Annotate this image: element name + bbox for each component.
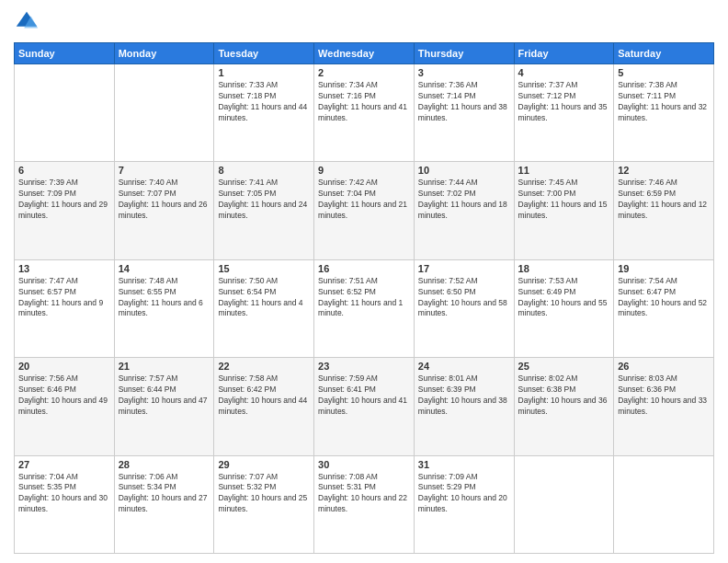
- day-info: Sunrise: 7:38 AMSunset: 7:11 PMDaylight:…: [618, 80, 710, 124]
- calendar-cell: 12Sunrise: 7:46 AMSunset: 6:59 PMDayligh…: [614, 162, 714, 259]
- calendar-cell: 27Sunrise: 7:04 AMSunset: 5:35 PMDayligh…: [15, 455, 115, 553]
- day-number: 18: [518, 263, 610, 274]
- calendar-cell: 14Sunrise: 7:48 AMSunset: 6:55 PMDayligh…: [114, 259, 214, 357]
- calendar-cell: 22Sunrise: 7:58 AMSunset: 6:42 PMDayligh…: [214, 358, 314, 455]
- day-info: Sunrise: 7:09 AMSunset: 5:29 PMDaylight:…: [418, 472, 510, 516]
- day-info: Sunrise: 7:52 AMSunset: 6:50 PMDaylight:…: [418, 276, 510, 320]
- day-info: Sunrise: 7:59 AMSunset: 6:41 PMDaylight:…: [318, 373, 410, 418]
- day-info: Sunrise: 7:40 AMSunset: 7:07 PMDaylight:…: [119, 178, 210, 222]
- weekday-header-wednesday: Wednesday: [314, 43, 415, 64]
- day-info: Sunrise: 7:47 AMSunset: 6:57 PMDaylight:…: [18, 276, 110, 320]
- day-info: Sunrise: 7:50 AMSunset: 6:54 PMDaylight:…: [218, 276, 310, 320]
- day-number: 31: [418, 459, 510, 470]
- day-number: 25: [518, 361, 610, 372]
- day-number: 15: [218, 263, 310, 274]
- day-number: 26: [618, 361, 710, 372]
- day-number: 4: [518, 67, 610, 78]
- day-info: Sunrise: 7:46 AMSunset: 6:59 PMDaylight:…: [618, 178, 710, 222]
- day-number: 2: [318, 67, 410, 78]
- calendar-cell: 18Sunrise: 7:53 AMSunset: 6:49 PMDayligh…: [514, 259, 614, 357]
- weekday-header-monday: Monday: [114, 43, 214, 64]
- day-number: 19: [618, 263, 710, 274]
- calendar-cell: 24Sunrise: 8:01 AMSunset: 6:39 PMDayligh…: [414, 358, 514, 455]
- logo-icon: [14, 9, 40, 35]
- weekday-header-thursday: Thursday: [414, 43, 514, 64]
- calendar-cell: 3Sunrise: 7:36 AMSunset: 7:14 PMDaylight…: [414, 64, 514, 162]
- calendar-cell: 30Sunrise: 7:08 AMSunset: 5:31 PMDayligh…: [314, 455, 415, 553]
- logo: [14, 9, 43, 35]
- calendar-cell: 13Sunrise: 7:47 AMSunset: 6:57 PMDayligh…: [15, 259, 115, 357]
- calendar-week-4: 20Sunrise: 7:56 AMSunset: 6:46 PMDayligh…: [15, 358, 714, 455]
- calendar-table: SundayMondayTuesdayWednesdayThursdayFrid…: [14, 42, 714, 554]
- calendar-cell: [614, 455, 714, 553]
- day-number: 30: [318, 459, 410, 470]
- day-info: Sunrise: 7:37 AMSunset: 7:12 PMDaylight:…: [518, 80, 610, 124]
- calendar-cell: 4Sunrise: 7:37 AMSunset: 7:12 PMDaylight…: [514, 64, 614, 162]
- day-info: Sunrise: 7:58 AMSunset: 6:42 PMDaylight:…: [218, 373, 310, 418]
- day-number: 27: [18, 459, 110, 470]
- weekday-header-sunday: Sunday: [15, 43, 115, 64]
- day-number: 9: [318, 165, 410, 176]
- day-info: Sunrise: 7:07 AMSunset: 5:32 PMDaylight:…: [218, 472, 310, 516]
- calendar-cell: 31Sunrise: 7:09 AMSunset: 5:29 PMDayligh…: [414, 455, 514, 553]
- day-number: 29: [218, 459, 310, 470]
- weekday-header-row: SundayMondayTuesdayWednesdayThursdayFrid…: [15, 43, 714, 64]
- calendar-cell: 29Sunrise: 7:07 AMSunset: 5:32 PMDayligh…: [214, 455, 314, 553]
- calendar-week-3: 13Sunrise: 7:47 AMSunset: 6:57 PMDayligh…: [15, 259, 714, 357]
- day-number: 11: [518, 165, 610, 176]
- day-info: Sunrise: 7:08 AMSunset: 5:31 PMDaylight:…: [318, 472, 410, 516]
- day-number: 5: [618, 67, 710, 78]
- day-info: Sunrise: 7:34 AMSunset: 7:16 PMDaylight:…: [318, 80, 410, 124]
- day-info: Sunrise: 7:44 AMSunset: 7:02 PMDaylight:…: [418, 178, 510, 222]
- calendar-cell: 17Sunrise: 7:52 AMSunset: 6:50 PMDayligh…: [414, 259, 514, 357]
- calendar-cell: 5Sunrise: 7:38 AMSunset: 7:11 PMDaylight…: [614, 64, 714, 162]
- day-number: 28: [119, 459, 210, 470]
- day-info: Sunrise: 7:04 AMSunset: 5:35 PMDaylight:…: [18, 472, 110, 516]
- day-info: Sunrise: 7:41 AMSunset: 7:05 PMDaylight:…: [218, 178, 310, 222]
- calendar-cell: [114, 64, 214, 162]
- day-info: Sunrise: 7:39 AMSunset: 7:09 PMDaylight:…: [18, 178, 110, 222]
- calendar-week-2: 6Sunrise: 7:39 AMSunset: 7:09 PMDaylight…: [15, 162, 714, 259]
- day-number: 20: [18, 361, 110, 372]
- calendar-cell: 11Sunrise: 7:45 AMSunset: 7:00 PMDayligh…: [514, 162, 614, 259]
- calendar-cell: 21Sunrise: 7:57 AMSunset: 6:44 PMDayligh…: [114, 358, 214, 455]
- day-info: Sunrise: 7:36 AMSunset: 7:14 PMDaylight:…: [418, 80, 510, 124]
- weekday-header-friday: Friday: [514, 43, 614, 64]
- calendar-cell: 6Sunrise: 7:39 AMSunset: 7:09 PMDaylight…: [15, 162, 115, 259]
- day-number: 1: [218, 67, 310, 78]
- calendar-cell: 20Sunrise: 7:56 AMSunset: 6:46 PMDayligh…: [15, 358, 115, 455]
- day-number: 24: [418, 361, 510, 372]
- day-info: Sunrise: 8:03 AMSunset: 6:36 PMDaylight:…: [618, 373, 710, 418]
- header: [14, 9, 714, 35]
- weekday-header-saturday: Saturday: [614, 43, 714, 64]
- calendar-cell: [15, 64, 115, 162]
- day-number: 10: [418, 165, 510, 176]
- day-number: 21: [119, 361, 210, 372]
- calendar-cell: 1Sunrise: 7:33 AMSunset: 7:18 PMDaylight…: [214, 64, 314, 162]
- day-info: Sunrise: 7:06 AMSunset: 5:34 PMDaylight:…: [119, 472, 210, 516]
- day-info: Sunrise: 7:54 AMSunset: 6:47 PMDaylight:…: [618, 276, 710, 320]
- calendar-cell: [514, 455, 614, 553]
- calendar-cell: 10Sunrise: 7:44 AMSunset: 7:02 PMDayligh…: [414, 162, 514, 259]
- calendar-cell: 15Sunrise: 7:50 AMSunset: 6:54 PMDayligh…: [214, 259, 314, 357]
- calendar-cell: 7Sunrise: 7:40 AMSunset: 7:07 PMDaylight…: [114, 162, 214, 259]
- day-number: 16: [318, 263, 410, 274]
- day-number: 14: [119, 263, 210, 274]
- day-info: Sunrise: 7:33 AMSunset: 7:18 PMDaylight:…: [218, 80, 310, 124]
- day-info: Sunrise: 7:53 AMSunset: 6:49 PMDaylight:…: [518, 276, 610, 320]
- calendar-cell: 9Sunrise: 7:42 AMSunset: 7:04 PMDaylight…: [314, 162, 415, 259]
- calendar-cell: 25Sunrise: 8:02 AMSunset: 6:38 PMDayligh…: [514, 358, 614, 455]
- day-info: Sunrise: 8:02 AMSunset: 6:38 PMDaylight:…: [518, 373, 610, 418]
- calendar-cell: 28Sunrise: 7:06 AMSunset: 5:34 PMDayligh…: [114, 455, 214, 553]
- day-number: 13: [18, 263, 110, 274]
- day-info: Sunrise: 8:01 AMSunset: 6:39 PMDaylight:…: [418, 373, 510, 418]
- day-number: 7: [119, 165, 210, 176]
- calendar-body: 1Sunrise: 7:33 AMSunset: 7:18 PMDaylight…: [15, 64, 714, 554]
- day-info: Sunrise: 7:56 AMSunset: 6:46 PMDaylight:…: [18, 373, 110, 418]
- day-number: 3: [418, 67, 510, 78]
- day-info: Sunrise: 7:51 AMSunset: 6:52 PMDaylight:…: [318, 276, 410, 320]
- calendar-week-1: 1Sunrise: 7:33 AMSunset: 7:18 PMDaylight…: [15, 64, 714, 162]
- calendar-header: SundayMondayTuesdayWednesdayThursdayFrid…: [15, 43, 714, 64]
- calendar-cell: 23Sunrise: 7:59 AMSunset: 6:41 PMDayligh…: [314, 358, 415, 455]
- day-number: 22: [218, 361, 310, 372]
